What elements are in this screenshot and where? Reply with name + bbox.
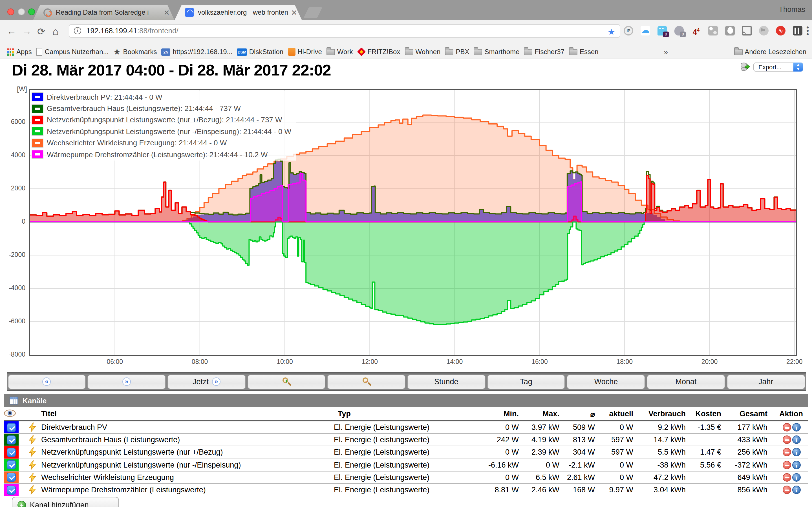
bookmark-item[interactable]: 2Nhttps://192.168.19... bbox=[161, 48, 232, 56]
channel-visible-checkbox[interactable] bbox=[7, 436, 16, 445]
channel-verbrauch: 3.04 kWh bbox=[633, 486, 686, 494]
nav-button-zoom-in[interactable]: + bbox=[247, 374, 325, 389]
nav-button-stunde[interactable]: Stunde bbox=[407, 374, 485, 389]
channel-info-icon[interactable]: i bbox=[792, 486, 801, 494]
tab-solaredge[interactable]: Reading Data from Solaredge i ✕ bbox=[33, 5, 174, 20]
nav-button-zoom-out[interactable]: − bbox=[327, 374, 405, 389]
address-bar[interactable]: i 192.168.199.41:88/frontend/ ★ bbox=[69, 24, 620, 38]
bookmark-item[interactable]: Essen bbox=[569, 48, 599, 56]
tab-close-icon[interactable]: ✕ bbox=[291, 8, 297, 17]
extension-lastpass-icon[interactable]: ∿ bbox=[776, 25, 785, 35]
window-controls[interactable] bbox=[7, 8, 35, 15]
channel-title[interactable]: Direktverbrauch PV bbox=[41, 423, 107, 432]
browser-toolbar: ← → ⟳ ⌂ i 192.168.199.41:88/frontend/ ★ … bbox=[0, 20, 812, 45]
bookmark-item[interactable]: Apps bbox=[7, 48, 32, 56]
channel-info-icon[interactable]: i bbox=[792, 448, 801, 457]
channel-row: Wechselrichter Wirkleistung ErzeugungEl.… bbox=[4, 471, 808, 484]
channel-title[interactable]: Wechselrichter Wirkleistung Erzeugung bbox=[41, 473, 174, 482]
bookmark-star-icon[interactable]: ★ bbox=[608, 27, 615, 37]
remove-channel-icon[interactable] bbox=[783, 448, 791, 457]
channel-info-icon[interactable]: i bbox=[792, 473, 801, 482]
extension-media-icon[interactable] bbox=[725, 25, 735, 35]
legend-item: Netzverknüpfungspunkt Leistungswerte (nu… bbox=[32, 114, 291, 126]
legend-label: Gesamtverbrauch Haus (Leistungswerte): 2… bbox=[47, 104, 241, 113]
browser-menu-icon[interactable]: ••• bbox=[806, 26, 809, 36]
tab-volkszaehler[interactable]: volkszaehler.org - web frontend ✕ bbox=[175, 5, 302, 20]
nav-button-woche[interactable]: Woche bbox=[567, 374, 645, 389]
remove-channel-icon[interactable] bbox=[783, 460, 791, 469]
nav-button-label: Jahr bbox=[758, 378, 773, 386]
channel-info-icon[interactable]: i bbox=[792, 423, 801, 432]
channel-visible-checkbox[interactable] bbox=[7, 423, 16, 432]
x-axis-tick-label: 16:00 bbox=[531, 358, 548, 365]
zoom-out-icon: − bbox=[362, 377, 371, 386]
channel-info-icon[interactable]: i bbox=[792, 460, 801, 469]
bookmark-item[interactable]: PBX bbox=[445, 48, 469, 56]
extension-adblock-4-icon[interactable]: 44 bbox=[691, 25, 701, 35]
nav-button-fast-forward[interactable]: » bbox=[87, 374, 165, 389]
channel-visibility-cell bbox=[4, 459, 18, 471]
close-window-button[interactable] bbox=[7, 8, 14, 15]
channel-title[interactable]: Gesamtverbrauch Haus (Leistungswerte) bbox=[41, 436, 180, 444]
nav-button-monat[interactable]: Monat bbox=[647, 374, 725, 389]
bookmarks-overflow-chevron[interactable]: » bbox=[664, 48, 668, 56]
extension-ip-lookup-icon[interactable]: IP bbox=[624, 25, 633, 35]
channel-min: -6.16 kW bbox=[483, 460, 519, 469]
channel-title[interactable]: Wärmepumpe Drehstromzähler (Leistungswer… bbox=[41, 486, 206, 494]
legend-item: Netzverknüpfungspunkt Leistungswerte (nu… bbox=[32, 126, 291, 137]
channel-gesamt: 856 kWh bbox=[721, 486, 767, 494]
url-text[interactable]: 192.168.199.41:88/frontend/ bbox=[86, 26, 179, 35]
extension-ghostery-icon[interactable]: 0 bbox=[658, 25, 667, 35]
channel-title[interactable]: Netzverknüpfungspunkt Leistungswerte (nu… bbox=[41, 448, 223, 457]
bookmark-item[interactable]: DSMDiskStation bbox=[237, 48, 284, 56]
add-channel-button[interactable]: + Kanal hinzufügen bbox=[12, 497, 119, 507]
channel-kosten: 5.56 € bbox=[686, 460, 721, 469]
forward-icon[interactable]: → bbox=[22, 26, 32, 37]
nav-button-tag[interactable]: Tag bbox=[487, 374, 565, 389]
channel-info-icon[interactable]: i bbox=[792, 436, 801, 444]
channel-title[interactable]: Netzverknüpfungspunkt Leistungswerte (nu… bbox=[41, 460, 241, 469]
extension-cast-icon[interactable] bbox=[742, 25, 752, 35]
titlebar: Reading Data from Solaredge i ✕ volkszae… bbox=[0, 0, 812, 20]
remove-channel-icon[interactable] bbox=[783, 473, 791, 482]
home-icon[interactable]: ⌂ bbox=[52, 26, 59, 38]
extension-grid-icon[interactable] bbox=[793, 25, 802, 35]
page-info-icon[interactable]: i bbox=[74, 27, 81, 34]
bookmark-item[interactable]: Work bbox=[326, 48, 353, 56]
minimize-window-button[interactable] bbox=[18, 8, 24, 15]
bookmark-item[interactable]: Campus Nutzerhan... bbox=[36, 48, 109, 56]
bookmark-item[interactable]: ★Bookmarks bbox=[113, 47, 157, 57]
extension-photos-icon[interactable] bbox=[708, 25, 718, 35]
remove-channel-icon[interactable] bbox=[783, 423, 791, 432]
back-icon[interactable]: ← bbox=[7, 26, 16, 37]
export-select[interactable]: Export... ▲▼ bbox=[753, 62, 803, 71]
extension-key-icon[interactable] bbox=[759, 25, 769, 35]
nav-button-jetzt[interactable]: Jetzt» bbox=[167, 374, 246, 389]
channel-visible-checkbox[interactable] bbox=[7, 485, 16, 494]
bookmark-item[interactable]: FRITZ!Box bbox=[357, 48, 400, 56]
nav-button-fast-backward[interactable]: « bbox=[8, 374, 86, 389]
bookmark-item[interactable]: Smarthome bbox=[474, 48, 519, 56]
bookmark-item[interactable]: Fischer37 bbox=[524, 48, 564, 56]
channel-visible-checkbox[interactable] bbox=[7, 460, 16, 469]
y-axis-unit-label: [W] bbox=[0, 85, 27, 93]
channels-table: Titel Typ Min. Max. ⌀ aktuell Verbrauch … bbox=[4, 407, 808, 496]
channel-visible-checkbox[interactable] bbox=[7, 473, 16, 482]
channel-visible-checkbox[interactable] bbox=[7, 448, 16, 457]
channel-row: Netzverknüpfungspunkt Leistungswerte (nu… bbox=[4, 446, 808, 459]
remove-channel-icon[interactable] bbox=[783, 486, 791, 494]
new-tab-button[interactable] bbox=[304, 7, 322, 18]
extension-icloud-icon[interactable]: ☁ bbox=[641, 25, 650, 35]
reload-icon[interactable]: ⟳ bbox=[37, 26, 45, 38]
tab-close-icon[interactable]: ✕ bbox=[163, 8, 170, 17]
bookmark-other-bookmarks[interactable]: Andere Lesezeichen bbox=[734, 48, 806, 56]
zoom-window-button[interactable] bbox=[28, 8, 35, 15]
channel-visibility-cell bbox=[4, 434, 18, 446]
nav-button-jahr[interactable]: Jahr bbox=[727, 374, 805, 389]
bookmark-label: Smarthome bbox=[485, 48, 519, 56]
extension-avast-icon[interactable]: 0 bbox=[674, 25, 684, 35]
bookmark-item[interactable]: Wohnen bbox=[405, 48, 441, 56]
remove-channel-icon[interactable] bbox=[783, 436, 791, 444]
bookmark-item[interactable]: Hi-Drive bbox=[288, 48, 322, 56]
browser-user-name: Thomas bbox=[779, 5, 805, 13]
